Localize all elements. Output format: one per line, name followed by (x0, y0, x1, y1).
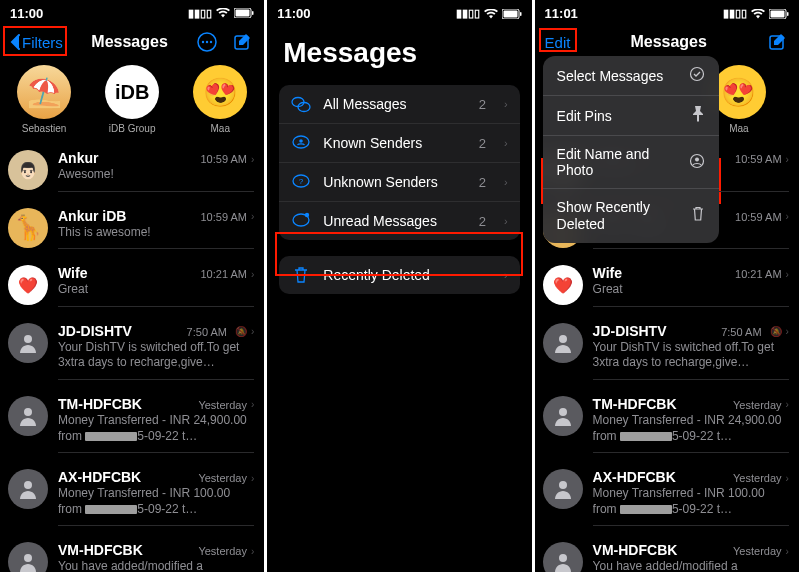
chat-row[interactable]: AX-HDFCBK Yesterday › Money Transferred … (0, 461, 264, 534)
signal-icon: ▮▮▯▯ (723, 7, 747, 20)
status-time: 11:00 (10, 6, 43, 21)
svg-point-23 (305, 213, 309, 217)
chevron-right-icon: › (251, 546, 254, 557)
pin-item-maa[interactable]: 😍 Maa (180, 65, 260, 134)
filter-unknown-senders[interactable]: ? Unknown Senders 2 › (279, 163, 519, 202)
chat-preview: Your DishTV is switched off.To get 3xtra… (593, 340, 789, 371)
chevron-right-icon: › (251, 326, 254, 337)
menu-label: Select Messages (557, 68, 664, 84)
bubbles-icon (291, 95, 311, 113)
menu-show-recently-deleted[interactable]: Show Recently Deleted (543, 189, 719, 243)
filter-card: All Messages 2 › Known Senders 2 › ? Unk… (279, 85, 519, 240)
chevron-right-icon: › (504, 269, 508, 281)
chevron-right-icon: › (504, 98, 508, 110)
chat-time: Yesterday › (198, 399, 254, 411)
svg-point-32 (559, 408, 567, 416)
chat-name: JD-DISHTV (593, 323, 667, 339)
status-icons: ▮▮▯▯ (723, 7, 789, 20)
pin-avatar: 😍 (193, 65, 247, 119)
chat-preview: Great (58, 282, 254, 298)
trash-icon (291, 266, 311, 284)
chevron-right-icon: › (504, 176, 508, 188)
edit-menu: Select Messages Edit Pins Edit Name and … (543, 56, 719, 243)
pin-name: Maa (211, 123, 230, 134)
menu-label: Show Recently Deleted (557, 199, 691, 233)
chat-row[interactable]: ❤️ Wife 10:21 AM › Great (535, 257, 799, 315)
phone-right: 11:01 ▮▮▯▯ Edit Messages Select Messages (535, 0, 799, 572)
chevron-right-icon: › (504, 137, 508, 149)
chat-row[interactable]: TM-HDFCBK Yesterday › Money Transferred … (0, 388, 264, 461)
battery-icon (234, 8, 254, 20)
chat-time: 7:50 AM🔕 › (721, 326, 789, 338)
compose-button[interactable] (232, 31, 254, 53)
chat-row[interactable]: 👨🏻 Ankur 10:59 AM › Awesome! (0, 142, 264, 200)
avatar (543, 323, 583, 363)
pin-item-sebastien[interactable]: ⛱️ Sebastien (4, 65, 84, 134)
chat-time: Yesterday › (198, 545, 254, 557)
ellipsis-circle-icon (196, 31, 218, 53)
chat-row[interactable]: 🦒 Ankur iDB 10:59 AM › This is awesome! (0, 200, 264, 258)
filter-unread-messages[interactable]: Unread Messages 2 › (279, 202, 519, 240)
chevron-right-icon: › (786, 546, 789, 557)
chat-time: Yesterday › (198, 472, 254, 484)
chat-name: AX-HDFCBK (58, 469, 141, 485)
pin-item-idb[interactable]: iDB iDB Group (92, 65, 172, 134)
svg-point-33 (559, 481, 567, 489)
page-title: Messages (91, 33, 168, 51)
avatar (8, 396, 48, 436)
menu-edit-pins[interactable]: Edit Pins (543, 96, 719, 136)
chevron-right-icon: › (786, 473, 789, 484)
filter-all-messages[interactable]: All Messages 2 › (279, 85, 519, 124)
chat-row[interactable]: VM-HDFCBK Yesterday › You have added/mod… (0, 534, 264, 572)
chat-row[interactable]: JD-DISHTV 7:50 AM🔕 › Your DishTV is swit… (535, 315, 799, 388)
nav-bar: Filters Messages (0, 27, 264, 61)
chat-row[interactable]: VM-HDFCBK Yesterday › You have added/mod… (535, 534, 799, 572)
battery-icon (769, 9, 789, 19)
wifi-icon (751, 9, 765, 19)
phone-middle: 11:00 ▮▮▯▯ Messages All Messages 2 › Kno… (267, 0, 531, 572)
filter-count: 2 (479, 136, 486, 151)
svg-point-6 (210, 41, 212, 43)
menu-label: Edit Name and Photo (557, 146, 689, 178)
filter-count: 2 (479, 214, 486, 229)
filter-count: 2 (479, 175, 486, 190)
status-icons: ▮▮▯▯ (188, 7, 254, 20)
back-button[interactable]: Filters (10, 34, 63, 51)
svg-point-19 (299, 139, 303, 143)
chat-row[interactable]: ❤️ Wife 10:21 AM › Great (0, 257, 264, 315)
chevron-right-icon: › (251, 211, 254, 222)
chat-time: Yesterday › (733, 472, 789, 484)
menu-edit-name-photo[interactable]: Edit Name and Photo (543, 136, 719, 189)
chevron-right-icon: › (504, 215, 508, 227)
chat-row[interactable]: TM-HDFCBK Yesterday › Money Transferred … (535, 388, 799, 461)
filter-known-senders[interactable]: Known Senders 2 › (279, 124, 519, 163)
wifi-icon (484, 9, 498, 19)
chat-row[interactable]: JD-DISHTV 7:50 AM🔕 › Your DishTV is swit… (0, 315, 264, 388)
chat-preview: You have added/modified a beneficiary An… (58, 559, 254, 572)
chat-preview: You have added/modified a beneficiary An… (593, 559, 789, 572)
svg-rect-15 (520, 12, 522, 16)
chevron-left-icon (10, 34, 20, 50)
avatar: ❤️ (8, 265, 48, 305)
chat-time: Yesterday › (733, 399, 789, 411)
person-circle-icon (689, 153, 705, 172)
chat-time: 10:59 AM › (200, 153, 254, 165)
status-bar: 11:00 ▮▮▯▯ (267, 0, 531, 27)
signal-icon: ▮▮▯▯ (456, 7, 480, 20)
svg-point-10 (24, 481, 32, 489)
chat-name: Wife (593, 265, 622, 281)
more-button[interactable] (196, 31, 218, 53)
avatar (8, 542, 48, 572)
pin-avatar: 😍 (712, 65, 766, 119)
chat-row[interactable]: AX-HDFCBK Yesterday › Money Transferred … (535, 461, 799, 534)
svg-rect-26 (787, 12, 789, 16)
edit-button[interactable]: Edit (545, 34, 571, 51)
compose-button[interactable] (767, 31, 789, 53)
svg-rect-1 (236, 9, 250, 16)
filter-recently-deleted[interactable]: Recently Deleted › (279, 256, 519, 294)
svg-point-5 (206, 41, 208, 43)
pin-name: iDB Group (109, 123, 156, 134)
avatar (8, 469, 48, 509)
menu-select-messages[interactable]: Select Messages (543, 56, 719, 96)
pin-icon (691, 106, 705, 125)
